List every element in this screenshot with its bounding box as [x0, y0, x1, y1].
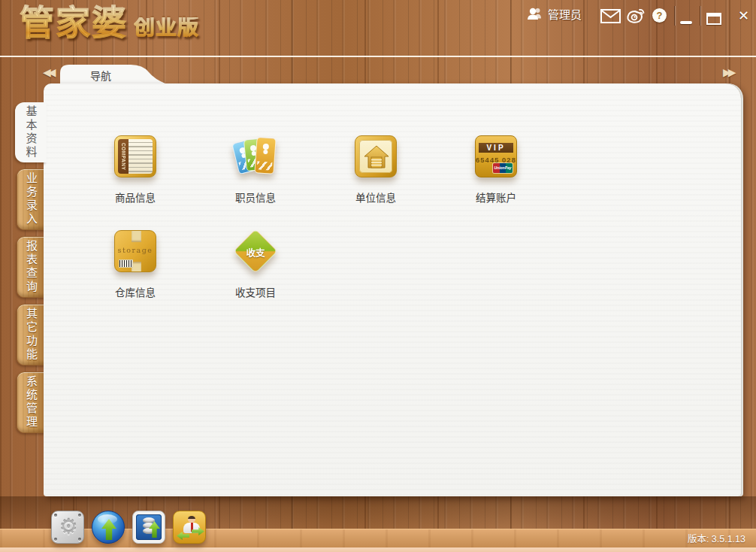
sidebar-tab-other-functions[interactable]: 其它功能: [17, 304, 45, 365]
sidebar-tab-label: 业务录入: [23, 172, 39, 226]
chevrons-right-icon: ▶▶: [723, 66, 733, 78]
tab-navigation[interactable]: 导航: [60, 62, 167, 84]
warehouse-glyph: [361, 142, 392, 172]
box-tape-top: [132, 231, 141, 242]
shortcut-label: 结算账户: [451, 190, 541, 205]
taskbar-settings-button[interactable]: ⚙: [51, 511, 84, 544]
product-icon-company-text: COMPANY: [118, 139, 129, 174]
taskbar-user-transfer-button[interactable]: [173, 511, 206, 544]
shortcut-company-info[interactable]: 单位信息: [331, 135, 421, 205]
employee-id-cards-icon: [234, 135, 277, 177]
shortcut-label: 仓库信息: [90, 284, 180, 299]
database-upload-icon: [136, 514, 162, 540]
mail-icon: [600, 9, 621, 23]
company-building-icon: [355, 135, 397, 177]
weibo-icon: [626, 7, 646, 24]
shortcut-label: 职员信息: [210, 190, 301, 205]
shortcut-product-info[interactable]: COMPANY 商品信息: [90, 135, 180, 205]
app-window: 管家婆 创业版 管理员: [0, 0, 756, 552]
desk-front-edge: [0, 547, 756, 552]
product-document-icon: COMPANY: [114, 135, 156, 177]
app-logo-main: 管家婆: [20, 5, 128, 41]
current-user[interactable]: 管理员: [526, 6, 582, 22]
shortcut-warehouse-info[interactable]: storage 仓库信息: [90, 230, 180, 299]
header-divider: [674, 6, 675, 26]
sidebar-tab-label: 其它功能: [23, 308, 39, 362]
box-tape-bottom: [132, 262, 141, 271]
sidebar-tab-label: 基本资料: [23, 105, 39, 159]
close-button[interactable]: ✕: [738, 9, 749, 23]
sidebar-tab-report-query[interactable]: 报表查询: [17, 236, 45, 298]
user-name-label: 管理员: [548, 6, 582, 22]
mail-button[interactable]: [600, 9, 621, 23]
unionpay-logo: UnionPay: [493, 163, 513, 173]
shortcut-settlement-account[interactable]: VIP 65445 028 UnionPay 结算账户: [451, 135, 541, 205]
shortcut-label: 单位信息: [331, 190, 421, 205]
storage-box-icon: storage: [114, 230, 156, 272]
nav-scroll-left-button[interactable]: ◀◀: [43, 66, 62, 78]
user-icon: [526, 7, 543, 22]
vip-bank-card-icon: VIP 65445 028 UnionPay: [475, 135, 517, 177]
shortcut-employee-info[interactable]: 职员信息: [210, 135, 301, 205]
chevrons-left-icon: ◀◀: [43, 66, 53, 78]
weibo-button[interactable]: [626, 7, 646, 24]
shortcut-label: 商品信息: [90, 190, 180, 205]
close-icon: ✕: [738, 8, 749, 23]
minimize-icon: [680, 21, 692, 24]
header-divider-line: [0, 56, 756, 57]
document-lines: [129, 139, 153, 174]
nav-scroll-right-button[interactable]: ▶▶: [723, 66, 742, 78]
app-logo: 管家婆 创业版: [20, 5, 199, 41]
maximize-button[interactable]: [706, 13, 721, 25]
vip-card-title: VIP: [479, 143, 513, 153]
sidebar-tab-system-management[interactable]: 系统管理: [17, 372, 45, 433]
income-expense-diamond-icon: 收支: [234, 230, 277, 272]
id-card-orange: [254, 137, 276, 174]
storage-box-text: storage: [115, 246, 156, 254]
maximize-icon: [706, 13, 721, 25]
diamond-text: 收支: [234, 245, 277, 259]
help-button[interactable]: ?: [652, 8, 667, 23]
barcode-icon: [119, 260, 132, 267]
unionpay-logo-text: UnionPay: [493, 165, 513, 170]
version-label: 版本: 3.5.1.13: [688, 531, 745, 545]
taskbar-online-update-button[interactable]: [92, 511, 125, 544]
shortcut-label: 收支项目: [210, 284, 301, 299]
help-icon: ?: [652, 8, 667, 23]
tab-navigation-label: 导航: [90, 68, 111, 83]
minimize-button[interactable]: [680, 21, 692, 24]
taskbar-data-upgrade-button[interactable]: [132, 511, 165, 544]
app-logo-sub: 创业版: [134, 17, 199, 41]
sidebar-tab-label: 系统管理: [23, 375, 39, 429]
sidebar-tab-basic-data[interactable]: 基本资料: [15, 102, 47, 162]
sidebar-tab-business-entry[interactable]: 业务录入: [17, 168, 45, 230]
header-divider: [700, 6, 700, 26]
gear-icon: ⚙: [52, 514, 85, 539]
shortcut-income-expense-items[interactable]: 收支 收支项目: [210, 230, 301, 299]
sidebar-tab-label: 报表查询: [23, 240, 39, 294]
